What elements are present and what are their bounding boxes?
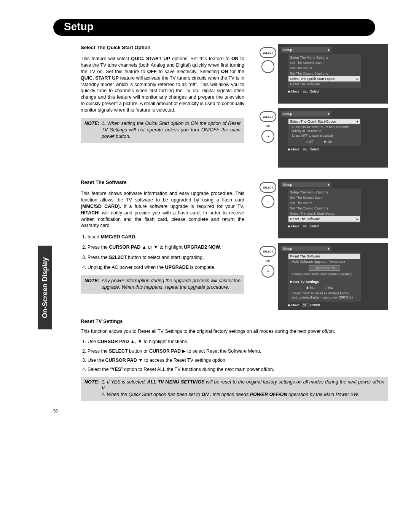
remote-cursor-pad[interactable]: ○▸ (261, 265, 274, 278)
remote-select-button[interactable]: SELECT (260, 182, 276, 193)
screen-panel-2: SELECT OR ○▸ Setup Select-The-Quick-Star… (278, 108, 388, 168)
note-label: NOTE: (84, 120, 99, 140)
section-quick-start: Select The Quick Start Option This featu… (81, 44, 388, 172)
menu-item-highlighted[interactable]: Select The Quick Start Option▸ (288, 76, 360, 81)
menu-item[interactable]: Setup The Menu Options (290, 190, 358, 195)
osd-statusbar: ◆ Move SEL Select (288, 224, 385, 228)
upgrade-now-button[interactable]: Upgrade-Now (309, 265, 340, 271)
reset-tv-heading: Reset TV Settings (290, 279, 358, 284)
remote-select-button[interactable]: SELECT (260, 47, 276, 58)
option-row: ○ Off ◉ On (301, 139, 358, 145)
menu-item[interactable]: Set The Inputs (290, 200, 358, 206)
menu-item[interactable]: Reset The Software (290, 81, 358, 87)
note-label: NOTE: (84, 379, 99, 398)
screen-panel-3: SELECT ◦ Setup Setup The Menu Options Se… (278, 179, 388, 238)
note-text: Any power interruption during the upgrad… (102, 278, 241, 291)
menu-item[interactable]: Set The Screen Saver (290, 60, 358, 66)
menu-item-highlighted[interactable]: Reset The Software (288, 254, 360, 259)
menu-item[interactable]: Set The Screen Saver (290, 195, 358, 200)
para-reset-tv: This function allows you to Reset all TV… (81, 329, 388, 334)
menu-item[interactable]: Set The Closed Captions (290, 206, 358, 211)
step-item: Unplug the AC power cord when the UPGRAD… (88, 264, 244, 271)
note-reset-tv: NOTE: 1. If YES is selected, ALL TV MENU… (81, 377, 388, 401)
steps-list: Insert MMC/SD CARD. Press the CURSOR PAD… (81, 234, 244, 271)
note-label: NOTE: (84, 278, 99, 291)
menu-item[interactable]: Set The Closed Captions (290, 71, 358, 76)
page-title: Setup (64, 21, 94, 32)
osd-statusbar: ◆ Move SEL Return (288, 303, 385, 307)
screen-panel-4: SELECT OR ○▸ Setup Reset The Software MM… (278, 243, 388, 310)
option-no[interactable]: ◉ No (306, 286, 314, 289)
option-off[interactable]: ○ Off (306, 140, 314, 144)
step-item: Use the CURSOR PAD ▼ to access the Reset… (88, 358, 388, 363)
note-upgrade: NOTE: Any power interruption during the … (81, 275, 244, 294)
or-text: OR (257, 124, 279, 128)
note-text: 1. If YES is selected, ALL TV MENU SETTI… (102, 379, 384, 398)
or-text: OR (257, 259, 279, 262)
option-row: ◉ No ○ Yes (301, 284, 358, 291)
step-item: Press the S2L2CT button to select and st… (88, 254, 244, 261)
page-number: 56 (53, 409, 388, 413)
remote-cursor-pad[interactable]: ○▸ (261, 130, 274, 143)
menu-item-highlighted[interactable]: Reset The Software▸ (288, 216, 360, 222)
heading-reset-tv: Reset TV Settings (81, 318, 388, 324)
remote-cursor-pad[interactable]: ◦ (261, 60, 274, 73)
side-tab: On-Screen Display (38, 246, 52, 329)
para-reset-software: This feature shows software information … (81, 190, 244, 229)
section-reset-software: Reset The Software This feature shows so… (81, 179, 388, 315)
osd-statusbar: ◆ Move SEL Select (288, 147, 385, 151)
heading-quick-start: Select The Quick Start Option (81, 44, 244, 51)
menu-item[interactable]: Setup The Menu Options (290, 55, 358, 60)
step-item: Use CURSOR PAD ▲, ▼ to highlight functio… (88, 339, 388, 344)
osd-statusbar: ◆ Move SEL Select (288, 89, 385, 93)
reset-hint: (Select "Yes" to return all settings to-… (292, 291, 358, 299)
section-reset-tv: Reset TV Settings This function allows y… (81, 318, 388, 401)
note-quick-start: NOTE: 1. When setting the Quick Start op… (81, 118, 244, 143)
osd-title: Setup (281, 182, 331, 187)
upgrade-hint: Please-Insert-MMC-card before-upgrading. (292, 272, 358, 276)
osd-hint: Select ON to have the TV tune channels q… (292, 125, 358, 133)
heading-reset-software: Reset The Software (81, 179, 244, 186)
steps-list: Use CURSOR PAD ▲, ▼ to highlight functio… (81, 339, 388, 372)
side-tab-text: On-Screen Display (41, 257, 49, 318)
osd-title: Setup (281, 246, 331, 251)
title-bar: Setup (53, 19, 375, 36)
step-item: Insert MMC/SD CARD. (88, 234, 244, 240)
step-item: Press the CURSOR PAD ▲ or ▼ to highlight… (88, 244, 244, 251)
menu-item[interactable]: Set The Inputs (290, 66, 358, 71)
note-text: 1. When setting the Quick Start option t… (102, 120, 241, 140)
remote-cursor-pad[interactable]: ◦ (261, 195, 274, 208)
option-on[interactable]: ◉ On (323, 140, 332, 144)
step-item: Press the SELECT button or CURSOR PAD ▶ … (88, 348, 388, 354)
para-quick-start: This feature will select QUIC. START UP … (81, 56, 244, 113)
menu-item-highlighted[interactable]: Select-The-Quick-Start-Option▾ (288, 119, 360, 124)
step-item: Select the “YES” option to Reset ALL the… (88, 367, 388, 372)
remote-select-button[interactable]: SELECT (260, 246, 276, 257)
option-yes[interactable]: ○ Yes (325, 286, 333, 289)
osd-hint: Select OFF to save electricity (292, 134, 358, 138)
osd-title: Setup (281, 111, 331, 117)
osd-title: Setup (281, 47, 331, 53)
menu-item[interactable]: Select The Quick Start Option (290, 211, 358, 216)
page: On-Screen Display Setup Select The Quick… (0, 0, 411, 425)
upgrade-title: MMC Software Upgrade-: Vxxxx.xxxx (292, 260, 358, 264)
screen-panel-1: SELECT ◦ Setup Setup The Menu Options Se… (278, 44, 388, 104)
remote-select-button[interactable]: SELECT (260, 111, 276, 122)
